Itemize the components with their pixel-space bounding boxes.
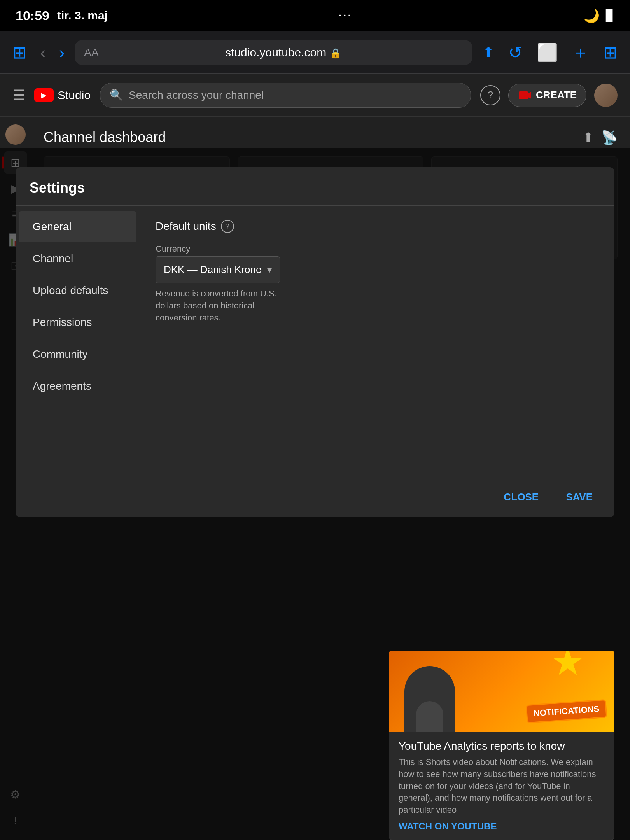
star-decoration (552, 651, 583, 678)
settings-nav-agreements[interactable]: Agreements (19, 371, 136, 402)
news-card-bottom-desc: This is Shorts video about Notifications… (399, 756, 605, 816)
settings-nav: General Channel Upload defaults Permissi… (16, 206, 140, 477)
news-card-content: YouTube Analytics reports to know This i… (389, 732, 614, 840)
close-button[interactable]: CLOSE (496, 486, 547, 508)
youtube-icon: ▶ (34, 88, 54, 102)
save-button[interactable]: SAVE (558, 486, 600, 508)
svg-marker-1 (528, 92, 531, 99)
battery-icon: 🌙 (583, 8, 600, 23)
signal-icon: ▊ (606, 9, 614, 22)
settings-nav-channel[interactable]: Channel (19, 243, 136, 274)
nav-right: ? CREATE (480, 84, 618, 107)
settings-content: Default units ? Currency DKK — Danish Kr… (140, 206, 614, 477)
forward-button[interactable]: › (56, 41, 68, 64)
settings-nav-upload-defaults[interactable]: Upload defaults (19, 275, 136, 306)
settings-footer: CLOSE SAVE (16, 477, 614, 517)
help-icon: ? (488, 89, 493, 101)
status-date: tir. 3. maj (57, 9, 108, 22)
share-button[interactable]: ⬆ (480, 39, 497, 65)
settings-body: General Channel Upload defaults Permissi… (16, 206, 614, 477)
yt-logo: ▶ Studio (34, 88, 91, 102)
address-bar[interactable]: AA studio.youtube.com 🔒 (75, 40, 472, 65)
settings-nav-general[interactable]: General (19, 211, 136, 242)
notifications-thumb: NOTIFICATIONS (389, 651, 614, 732)
settings-title: Settings (30, 180, 600, 196)
tabs-button[interactable]: ⊞ (600, 39, 621, 65)
currency-select-wrapper: Currency DKK — Danish Krone ▾ Revenue is… (156, 244, 280, 324)
create-label: CREATE (536, 89, 577, 101)
watch-on-youtube-link[interactable]: WATCH ON YOUTUBE (399, 821, 605, 832)
status-time: 10:59 (16, 8, 49, 23)
camera-icon (518, 88, 532, 102)
top-nav: ☰ ▶ Studio 🔍 Search across your channel … (0, 74, 630, 117)
status-dots: ··· (339, 9, 352, 22)
bottom-news-section: NOTIFICATIONS YouTube Analytics reports … (389, 651, 614, 840)
settings-nav-community[interactable]: Community (19, 339, 136, 370)
search-bar[interactable]: 🔍 Search across your channel (100, 83, 471, 108)
live-button[interactable]: 📡 (601, 130, 618, 145)
modal-overlay[interactable]: Settings General Channel Upload defaults… (0, 148, 630, 840)
help-circle-icon[interactable]: ? (221, 220, 234, 233)
search-icon: 🔍 (110, 89, 123, 102)
sidebar-toggle-button[interactable]: ⊞ (9, 41, 30, 64)
lock-icon: 🔒 (330, 48, 341, 58)
svg-rect-0 (519, 91, 528, 99)
sidebar-avatar[interactable] (5, 124, 26, 145)
currency-value: DKK — Danish Krone (164, 264, 261, 276)
currency-label: Currency (156, 244, 280, 254)
header-actions: ⬆ 📡 (583, 130, 618, 145)
url-text: studio.youtube.com 🔒 (103, 46, 463, 59)
default-units-label: Default units (156, 220, 216, 233)
person-head (416, 701, 443, 732)
default-units-section: Default units ? (156, 220, 599, 233)
settings-modal: Settings General Channel Upload defaults… (16, 167, 614, 517)
dropdown-arrow-icon: ▾ (267, 264, 272, 275)
currency-hint: Revenue is converted from U.S. dollars b… (156, 288, 280, 324)
page-header: Channel dashboard ⬆ 📡 (44, 129, 618, 145)
play-icon: ▶ (41, 91, 47, 100)
currency-dropdown[interactable]: DKK — Danish Krone ▾ (156, 256, 280, 283)
hamburger-icon[interactable]: ☰ (12, 87, 25, 103)
search-placeholder: Search across your channel (129, 89, 264, 102)
share-sheet-button[interactable]: ⬜ (534, 39, 561, 65)
news-card-bottom-title: YouTube Analytics reports to know (399, 740, 605, 752)
youtube-studio-app: ☰ ▶ Studio 🔍 Search across your channel … (0, 74, 630, 840)
upload-button[interactable]: ⬆ (583, 130, 593, 145)
page-title: Channel dashboard (44, 129, 166, 145)
reload-button[interactable]: ↺ (505, 39, 526, 65)
back-button[interactable]: ‹ (37, 41, 49, 64)
browser-actions: ⬆ ↺ ⬜ ＋ ⊞ (480, 39, 621, 65)
browser-chrome: ⊞ ‹ › AA studio.youtube.com 🔒 ⬆ ↺ ⬜ ＋ ⊞ (0, 31, 630, 74)
aa-label: AA (84, 46, 98, 59)
status-bar: 10:59 tir. 3. maj ··· 🌙 ▊ (0, 0, 630, 31)
studio-label: Studio (58, 89, 91, 102)
settings-header: Settings (16, 167, 614, 206)
user-avatar[interactable] (594, 84, 618, 107)
help-button[interactable]: ? (480, 85, 500, 105)
status-icons: 🌙 ▊ (583, 8, 614, 23)
add-tab-button[interactable]: ＋ (569, 39, 592, 65)
settings-nav-permissions[interactable]: Permissions (19, 307, 136, 338)
create-button[interactable]: CREATE (508, 84, 586, 107)
notifications-badge: NOTIFICATIONS (525, 699, 607, 723)
